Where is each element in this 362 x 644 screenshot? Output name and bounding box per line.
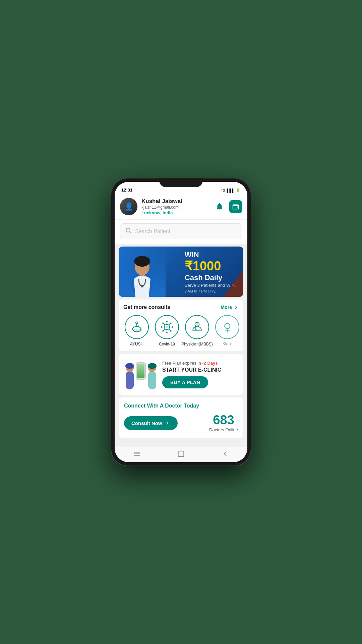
chevron-right-icon <box>165 420 170 426</box>
user-email: kjaiz411@gmail.com <box>141 205 209 210</box>
svg-point-5 <box>134 256 150 267</box>
svg-line-27 <box>169 329 171 331</box>
svg-point-32 <box>225 323 230 329</box>
gyna-icon <box>221 321 234 333</box>
svg-rect-46 <box>178 451 184 457</box>
avatar[interactable]: 👤 <box>120 198 137 215</box>
search-box[interactable]: Search Patient <box>120 223 242 239</box>
svg-line-23 <box>169 324 171 325</box>
svg-point-30 <box>196 323 198 325</box>
home-icon[interactable] <box>175 447 187 462</box>
consult-now-label: Consult Now <box>131 420 162 426</box>
svg-rect-40 <box>148 371 156 389</box>
banner-decoration <box>223 270 243 297</box>
avatar-image: 👤 <box>120 198 137 215</box>
ayush-icon-circle <box>125 315 149 339</box>
specialty-covid[interactable]: Covid-19 <box>154 315 180 346</box>
svg-point-28 <box>170 330 172 332</box>
buy-plan-button[interactable]: BUY A PLAN <box>162 376 208 388</box>
svg-point-12 <box>166 326 168 328</box>
signal-icon: ▌▌▌ <box>227 189 235 193</box>
eclinic-content: Free Plan expires in -2 Days START YOUR … <box>162 361 238 388</box>
header-icons <box>213 200 242 213</box>
search-icon <box>125 227 132 235</box>
user-name: Kushal Jaiswal <box>141 198 209 205</box>
consult-now-button[interactable]: Consult Now <box>124 416 178 430</box>
specialty-list: AYUSH <box>123 315 239 346</box>
plan-expires-text: Free Plan expires in -2 Days <box>162 361 238 366</box>
svg-point-18 <box>161 326 162 328</box>
virus-icon <box>161 321 173 333</box>
covid-label: Covid-19 <box>159 342 175 346</box>
eclinic-svg <box>124 359 158 389</box>
more-label: More <box>221 305 232 310</box>
physician-label: Physician(MBBS) <box>181 342 213 346</box>
bell-icon <box>215 202 224 211</box>
svg-rect-39 <box>137 364 144 378</box>
status-icons: 4G ▌▌▌ 🔋 <box>221 188 241 193</box>
eclinic-card: Free Plan expires in -2 Days START YOUR … <box>119 354 243 395</box>
specialty-ayush[interactable]: AYUSH <box>123 315 150 346</box>
back-icon[interactable] <box>219 447 232 462</box>
search-placeholder-text: Search Patient <box>135 228 170 234</box>
notification-button[interactable] <box>213 200 226 213</box>
user-location: Lucknow, India <box>141 210 209 215</box>
battery-icon: 🔋 <box>236 188 241 193</box>
mortar-icon <box>130 321 143 333</box>
connect-title: Connect With A Doctor Today <box>124 403 238 409</box>
doctor-svg <box>120 247 164 297</box>
svg-line-25 <box>164 329 165 331</box>
user-info: Kushal Jaiswal kjaiz411@gmail.com Luckno… <box>141 198 209 215</box>
ayush-label: AYUSH <box>130 342 143 346</box>
svg-point-14 <box>166 321 168 322</box>
specialty-physician[interactable]: Physician(MBBS) <box>184 315 210 346</box>
svg-line-1 <box>130 232 131 233</box>
svg-point-37 <box>125 363 134 369</box>
search-container: Search Patient <box>115 220 247 244</box>
promo-banner[interactable]: WIN ₹1000 Cash Daily Serve 3 Patients an… <box>119 247 243 297</box>
gyna-label: Gyna <box>223 342 231 345</box>
eclinic-title: START YOUR E-CLINIC <box>162 367 238 373</box>
physician-icon-circle <box>185 315 209 339</box>
doctors-online-info: 683 Doctors Online <box>209 414 238 432</box>
svg-point-6 <box>141 285 143 287</box>
eclinic-illustration <box>124 359 158 389</box>
doctor-icon <box>191 321 203 333</box>
banner-doctor-illustration <box>119 247 166 297</box>
banner-win-text: WIN <box>185 251 236 259</box>
covid-icon-circle <box>155 315 179 339</box>
main-content: 👤 Kushal Jaiswal kjaiz411@gmail.com Luck… <box>115 194 247 447</box>
consults-section: Get more consults More <box>119 300 243 351</box>
doctors-label: Doctors Online <box>209 427 238 432</box>
svg-point-42 <box>148 363 157 369</box>
menu-icon[interactable] <box>130 447 143 462</box>
expiry-days: -2 Days <box>202 361 218 366</box>
svg-rect-35 <box>126 371 134 389</box>
bottom-nav <box>115 447 247 462</box>
chevron-right-icon <box>233 305 239 310</box>
header: 👤 Kushal Jaiswal kjaiz411@gmail.com Luck… <box>115 194 247 219</box>
network-icon: 4G <box>221 189 226 193</box>
svg-point-26 <box>162 330 164 332</box>
status-time: 12:31 <box>121 187 132 193</box>
consults-title: Get more consults <box>123 304 170 310</box>
gyna-icon-circle <box>215 315 239 339</box>
connect-row: Consult Now 683 Doctors Online <box>124 414 238 432</box>
wallet-button[interactable] <box>229 200 242 213</box>
plan-expires-label: Free Plan expires in <box>162 361 202 366</box>
consults-header: Get more consults More <box>123 304 239 310</box>
svg-point-20 <box>172 326 173 328</box>
doctors-count: 683 <box>209 414 238 426</box>
more-link[interactable]: More <box>221 305 239 310</box>
svg-point-24 <box>170 322 172 324</box>
svg-line-21 <box>164 324 165 325</box>
svg-point-31 <box>196 329 197 330</box>
svg-point-22 <box>162 322 164 324</box>
wallet-icon <box>232 203 239 210</box>
svg-point-16 <box>166 332 168 333</box>
connect-card: Connect With A Doctor Today Consult Now … <box>119 397 243 438</box>
specialty-gyna[interactable]: Gyna <box>214 315 241 346</box>
